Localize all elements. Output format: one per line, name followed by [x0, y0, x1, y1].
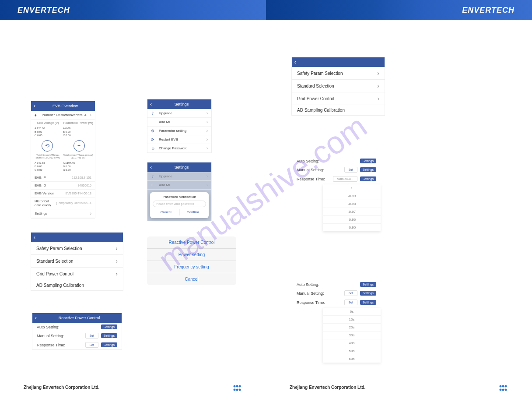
sheet-power[interactable]: Power setting	[147, 249, 236, 261]
shot-settings: ‹Settings ⇧Upgrade› +Add MI› ⚙Parameter …	[147, 99, 212, 153]
back-icon[interactable]: ‹	[294, 59, 296, 65]
sheet-reactive[interactable]: Reactive Power Control	[147, 236, 236, 249]
settings-button[interactable]: Settings	[360, 176, 376, 181]
settings-button[interactable]: Settings	[360, 300, 376, 305]
settings-button[interactable]: Settings	[101, 333, 117, 338]
chevron-right-icon: ›	[116, 270, 118, 277]
device-icon: ♦	[35, 113, 40, 117]
response-time-row: Response Time: ManualCo... Settings	[292, 174, 381, 183]
manual-setting-row: Manual Setting: Set Settings	[292, 165, 381, 174]
svg-point-10	[502, 389, 504, 391]
back-icon[interactable]: ‹	[150, 101, 152, 107]
set-pill[interactable]: Set	[85, 333, 98, 339]
safety-param-row[interactable]: Safety Param Selection›	[292, 67, 385, 80]
set-pill[interactable]: Set	[344, 167, 357, 173]
shot-header: ‹ EVB Overview	[31, 101, 95, 111]
total-power-label: Total power(Three-phase) (1197.45 W)	[63, 154, 93, 159]
svg-point-4	[236, 389, 238, 391]
svg-point-11	[505, 389, 507, 391]
footer-text: Zhejiang Envertech Corporation Ltd.	[290, 385, 365, 390]
auto-setting-row: Auto Setting: Settings	[292, 157, 381, 165]
settings-button[interactable]: Settings	[360, 291, 376, 296]
standard-sel-row[interactable]: Standard Selection›	[31, 255, 123, 268]
standard-sel-row[interactable]: Standard Selection›	[292, 80, 385, 92]
confirm-button[interactable]: Confirm	[180, 209, 206, 215]
ad-sampling-row[interactable]: AD Sampling Calibration	[31, 280, 123, 290]
plus-button[interactable]: +	[74, 140, 85, 152]
settings-button[interactable]: Settings	[360, 282, 376, 287]
chevron-right-icon: ›	[116, 245, 118, 252]
shot-safety-list: ‹ Safety Param Selection› Standard Selec…	[31, 232, 123, 291]
chevron-right-icon: ›	[377, 70, 379, 77]
chevron-right-icon: ›	[90, 211, 91, 216]
refresh-button[interactable]: ⟲	[42, 140, 53, 152]
shot-safety-list-2: ‹ Safety Param Selection› Standard Selec…	[291, 57, 385, 116]
changepw-row[interactable]: ☺Change Password›	[147, 144, 211, 153]
footer-icon	[498, 384, 508, 392]
settings-button[interactable]: Settings	[101, 324, 117, 329]
microinverters-row[interactable]: ♦ Number Of Microinverters: 4 ›	[31, 111, 95, 120]
factor-dropdown[interactable]: 1 -0.99 -0.98 -0.97 -0.96 -0.95	[323, 184, 381, 231]
addmi-row: +Add MI›	[147, 181, 211, 190]
grid-power-row[interactable]: Grid Power Control›	[31, 268, 123, 280]
shot-evb-overview: ‹ EVB Overview ♦ Number Of Microinverter…	[31, 101, 95, 219]
auto-setting-row: Auto Setting: Settings	[32, 323, 122, 331]
household-power-label: Household Power (W)	[63, 121, 93, 124]
upload-icon: ⇧	[151, 111, 156, 116]
time-dropdown[interactable]: 6s 10s 20s 30s 40s 50s 60s	[323, 308, 381, 363]
param-row[interactable]: ⚙Parameter setting›	[147, 127, 211, 135]
page-title: Reactive Power Control	[39, 316, 119, 320]
cancel-button[interactable]: Cancel	[153, 209, 180, 215]
footer-icon	[232, 384, 242, 392]
set-pill[interactable]: Set	[344, 300, 357, 305]
upgrade-row: ⇧Upgrade›	[147, 172, 211, 181]
set-pill[interactable]: Set	[344, 290, 357, 296]
svg-point-3	[234, 389, 236, 391]
sheet-cancel[interactable]: Cancel	[147, 273, 236, 285]
svg-point-2	[239, 385, 241, 388]
chevron-right-icon: ›	[377, 95, 379, 102]
back-icon[interactable]: ‹	[34, 234, 35, 240]
shot-rpc-factor: Auto Setting: Settings Manual Setting: S…	[292, 157, 381, 231]
chevron-right-icon: ›	[116, 257, 118, 264]
response-time-row: Response Time: Set Settings	[32, 340, 122, 349]
safety-param-row[interactable]: Safety Param Selection›	[31, 242, 123, 255]
svg-point-5	[239, 389, 241, 391]
total-energy-label: Total Energy(Three-phase) (342.63 kWh)	[33, 154, 63, 159]
ad-sampling-row[interactable]: AD Sampling Calibration	[292, 105, 385, 115]
svg-point-1	[236, 385, 238, 388]
svg-point-0	[234, 385, 236, 388]
page-title: EVB Overview	[38, 104, 92, 108]
settings-button[interactable]: Settings	[101, 342, 117, 347]
password-input[interactable]: Please enter valid password	[153, 201, 206, 207]
response-time-row: Response Time: Set Settings	[292, 298, 381, 307]
settings-button[interactable]: Settings	[360, 159, 376, 163]
evb-version-row: EVB VersionEVB300-T-N-00-18	[31, 190, 95, 197]
hist-row[interactable]: Historical data query(Temporarily Unavai…	[31, 197, 95, 209]
manualco-pill[interactable]: ManualCo...	[333, 176, 357, 182]
page-title: Settings	[154, 165, 209, 169]
restart-row[interactable]: ⟳Restart EVB›	[147, 135, 211, 144]
action-sheet: Reactive Power Control Power setting Fre…	[147, 236, 236, 285]
auto-setting-row: Auto Setting: Settings	[292, 280, 381, 289]
sheet-frequency[interactable]: Frequency setting	[147, 261, 236, 273]
grid-voltage-label: Grid Voltage (V)	[33, 121, 63, 124]
evb-ip-row: EVB IP192.168.8.101	[31, 174, 95, 182]
password-modal: Password Verification Please enter valid…	[150, 192, 209, 218]
svg-point-8	[505, 385, 507, 388]
grid-power-row[interactable]: Grid Power Control›	[292, 92, 385, 105]
footer-text: Zhejiang Envertech Corporation Ltd.	[24, 385, 99, 390]
back-icon[interactable]: ‹	[150, 164, 152, 170]
svg-point-7	[502, 385, 504, 388]
upgrade-row[interactable]: ⇧Upgrade›	[147, 109, 211, 118]
chevron-right-icon: ›	[377, 82, 379, 89]
addmi-row[interactable]: +Add MI›	[147, 118, 211, 127]
shot-rpc-time: Auto Setting: Settings Manual Setting: S…	[292, 280, 381, 363]
back-icon[interactable]: ‹	[35, 315, 37, 321]
settings-row[interactable]: Settings›	[31, 209, 95, 218]
chevron-right-icon: ›	[90, 201, 91, 205]
settings-button[interactable]: Settings	[360, 167, 376, 172]
back-icon[interactable]: ‹	[34, 103, 35, 109]
set-pill[interactable]: Set	[85, 342, 98, 348]
plus-icon: +	[151, 120, 156, 124]
